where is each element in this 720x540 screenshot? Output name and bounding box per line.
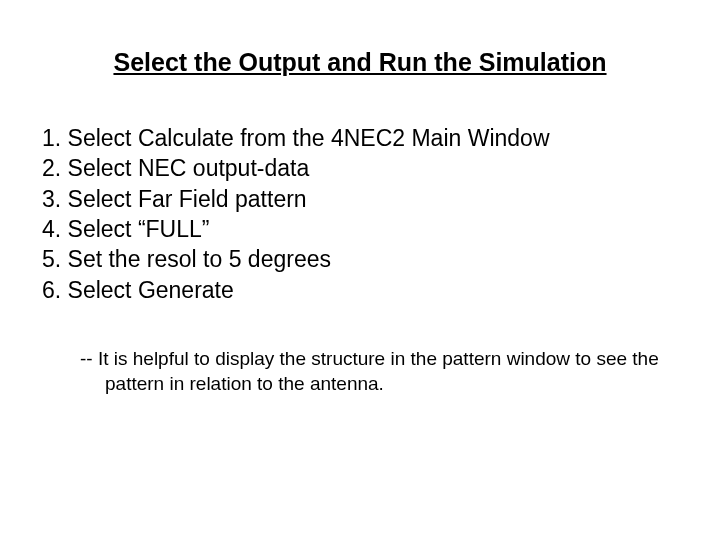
step-item: 5. Set the resol to 5 degrees (42, 244, 680, 274)
step-item: 2. Select NEC output-data (42, 153, 680, 183)
page-title: Select the Output and Run the Simulation (40, 48, 680, 77)
note-text: -- It is helpful to display the structur… (40, 347, 680, 396)
step-item: 6. Select Generate (42, 275, 680, 305)
step-item: 4. Select “FULL” (42, 214, 680, 244)
note-body: -- It is helpful to display the structur… (80, 347, 660, 396)
step-item: 1. Select Calculate from the 4NEC2 Main … (42, 123, 680, 153)
step-item: 3. Select Far Field pattern (42, 184, 680, 214)
steps-list: 1. Select Calculate from the 4NEC2 Main … (40, 123, 680, 305)
